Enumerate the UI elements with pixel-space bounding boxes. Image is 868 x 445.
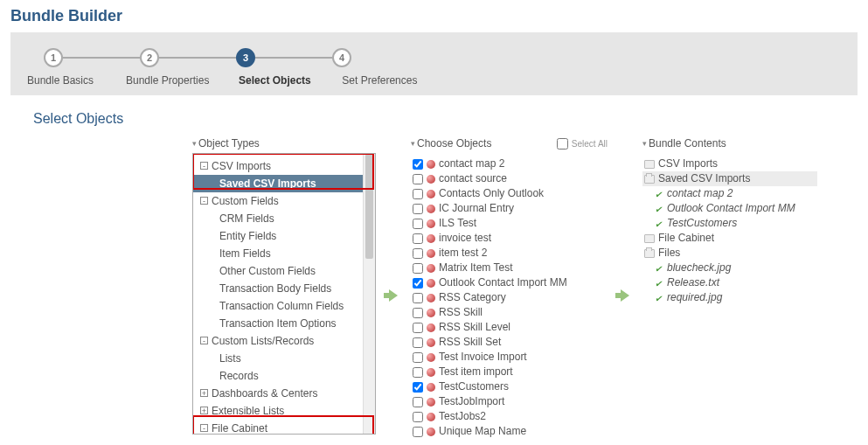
tree-item-label: File Cabinet	[212, 422, 267, 435]
choose-object-checkbox[interactable]	[413, 323, 423, 333]
choose-object-row[interactable]: RSS Category	[411, 290, 608, 305]
tree-item-label: Extensible Lists	[212, 405, 284, 417]
bundle-contents-header[interactable]: ▾ Bundle Contents	[642, 132, 817, 153]
step-circle-3[interactable]: 3	[236, 48, 255, 67]
choose-object-checkbox[interactable]	[413, 382, 423, 393]
tree-item[interactable]: -CSV Imports	[193, 157, 375, 175]
choose-object-row[interactable]: Test item import	[411, 365, 608, 379]
tree-item[interactable]: Transaction Item Options	[193, 315, 375, 332]
object-types-header[interactable]: ▾ Object Types	[192, 132, 376, 153]
choose-object-checkbox[interactable]	[413, 248, 423, 259]
check-icon	[655, 279, 663, 288]
step-label[interactable]: Bundle Properties	[126, 74, 209, 87]
choose-object-checkbox[interactable]	[413, 204, 423, 214]
choose-object-row[interactable]: RSS Skill	[411, 305, 608, 320]
bundle-content-row[interactable]: Outlook Contact Import MM	[642, 201, 817, 216]
step-circle-2[interactable]: 2	[140, 48, 159, 67]
bundle-content-row[interactable]: Files	[642, 246, 817, 261]
object-icon	[427, 234, 435, 243]
choose-object-row[interactable]: ILS Test	[411, 216, 608, 231]
choose-object-row[interactable]: Test Invoice Import	[411, 350, 608, 365]
bundle-content-row[interactable]: required.jpg	[642, 290, 817, 305]
choose-object-checkbox[interactable]	[413, 293, 423, 303]
choose-object-checkbox[interactable]	[413, 189, 423, 199]
step-circle-1[interactable]: 1	[44, 48, 63, 67]
choose-object-checkbox[interactable]	[413, 308, 423, 318]
object-icon	[427, 398, 435, 407]
bundle-content-row[interactable]: CSV Imports	[642, 156, 817, 171]
folder-open-icon	[644, 249, 655, 258]
tree-item[interactable]: CRM Fields	[193, 210, 375, 227]
bundle-content-row[interactable]: contact map 2	[642, 186, 817, 201]
choose-object-row[interactable]: RSS Skill Set	[411, 335, 608, 350]
choose-object-row[interactable]: Unique Map Name	[411, 424, 608, 439]
collapse-icon[interactable]: -	[200, 424, 208, 432]
choose-object-checkbox[interactable]	[413, 412, 423, 422]
choose-object-checkbox[interactable]	[413, 219, 423, 229]
choose-object-checkbox[interactable]	[413, 427, 423, 437]
collapse-icon[interactable]: -	[200, 162, 208, 170]
tree-item[interactable]: Lists	[193, 350, 375, 367]
choose-object-row[interactable]: contact map 2	[411, 156, 608, 171]
select-all-label: Select All	[572, 139, 608, 149]
scrollbar[interactable]	[363, 154, 375, 434]
choose-object-checkbox[interactable]	[413, 233, 423, 244]
choose-object-row[interactable]: TestJobs2	[411, 409, 608, 424]
bundle-content-row[interactable]: Release.txt	[642, 275, 817, 290]
bundle-content-row[interactable]: Saved CSV Imports	[642, 171, 817, 186]
choose-object-row[interactable]: RSS Skill Level	[411, 320, 608, 335]
choose-object-row[interactable]: Contacts Only Outlook	[411, 186, 608, 201]
choose-object-checkbox[interactable]	[413, 397, 423, 407]
step-label[interactable]: Set Preferences	[340, 74, 419, 87]
choose-object-row[interactable]: Matrix Item Test	[411, 261, 608, 275]
choose-object-label: ILS Test	[439, 216, 476, 231]
select-all[interactable]: Select All	[553, 136, 608, 152]
choose-object-checkbox[interactable]	[413, 352, 423, 363]
folder-open-icon	[644, 175, 655, 184]
tree-item[interactable]: Entity Fields	[193, 227, 375, 245]
tree-item[interactable]: -Custom Fields	[193, 192, 375, 210]
expand-icon[interactable]: +	[200, 407, 208, 414]
tree-item[interactable]: -File Cabinet	[193, 420, 375, 435]
choose-object-checkbox[interactable]	[413, 337, 423, 348]
bundle-content-row[interactable]: bluecheck.jpg	[642, 261, 817, 275]
step-label[interactable]: Select Objects	[235, 74, 314, 87]
tree-item[interactable]: Item Fields	[193, 245, 375, 262]
tree-item[interactable]: Saved CSV Imports	[193, 175, 375, 192]
select-all-checkbox[interactable]	[557, 138, 568, 149]
step-circle-4[interactable]: 4	[332, 48, 351, 67]
step-label[interactable]: Bundle Basics	[21, 74, 100, 87]
collapse-icon[interactable]: -	[200, 337, 208, 344]
chevron-down-icon: ▾	[411, 139, 415, 148]
choose-object-checkbox[interactable]	[413, 159, 423, 170]
choose-object-label: Unique Map Name	[439, 424, 526, 439]
choose-object-label: TestJobImport	[439, 394, 504, 409]
tree-item[interactable]: Transaction Body Fields	[193, 280, 375, 297]
tree-item[interactable]: Other Custom Fields	[193, 262, 375, 280]
choose-object-row[interactable]: TestCustomers	[411, 379, 608, 394]
choose-object-checkbox[interactable]	[413, 367, 423, 378]
scrollbar-thumb[interactable]	[365, 154, 373, 259]
bundle-content-row[interactable]: TestCustomers	[642, 216, 817, 231]
choose-object-row[interactable]: invoice test	[411, 231, 608, 246]
collapse-icon[interactable]: -	[200, 197, 208, 205]
tree-item[interactable]: Transaction Column Fields	[193, 297, 375, 315]
bundle-content-label: Saved CSV Imports	[658, 171, 750, 186]
tree-item[interactable]: -Custom Lists/Records	[193, 332, 375, 350]
choose-object-checkbox[interactable]	[413, 278, 423, 289]
bundle-content-row[interactable]: File Cabinet	[642, 231, 817, 246]
choose-object-checkbox[interactable]	[413, 174, 423, 184]
tree-item[interactable]: Records	[193, 367, 375, 385]
choose-object-row[interactable]: contact source	[411, 171, 608, 186]
expand-icon[interactable]: +	[200, 389, 208, 397]
choose-object-row[interactable]: TestJobImport	[411, 394, 608, 409]
choose-object-row[interactable]: item test 2	[411, 246, 608, 261]
choose-object-row[interactable]: Outlook Contact Import MM	[411, 275, 608, 290]
bundle-content-label: CSV Imports	[658, 156, 718, 171]
object-icon	[427, 294, 435, 302]
choose-object-row[interactable]: IC Journal Entry	[411, 201, 608, 216]
choose-object-checkbox[interactable]	[413, 263, 423, 274]
tree-item[interactable]: +Dashboards & Centers	[193, 385, 375, 402]
tree-item[interactable]: +Extensible Lists	[193, 402, 375, 420]
object-icon	[427, 368, 435, 377]
